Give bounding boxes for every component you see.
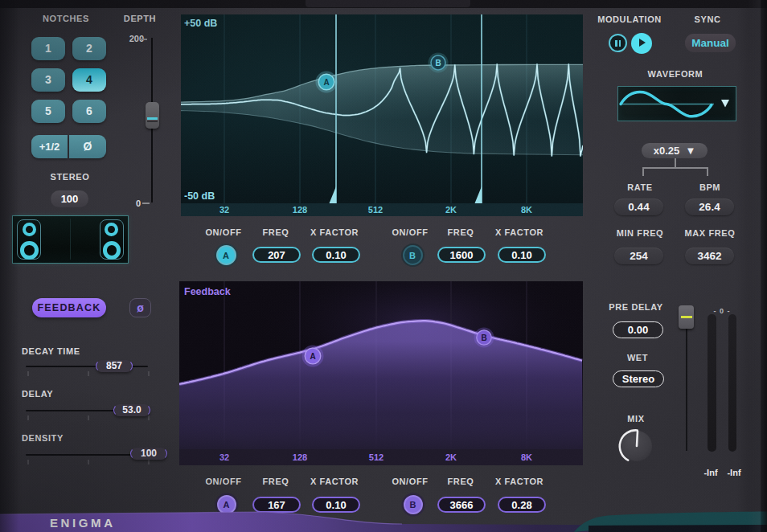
svg-text:128: 128	[293, 452, 307, 462]
svg-text:128: 128	[293, 205, 307, 215]
svg-text:B: B	[481, 334, 486, 342]
svg-text:+50 dB: +50 dB	[184, 18, 217, 29]
svg-text:8K: 8K	[521, 205, 532, 215]
svg-text:32: 32	[219, 205, 229, 215]
svg-text:2K: 2K	[445, 205, 457, 215]
svg-text:B: B	[435, 59, 441, 68]
svg-text:-50 dB: -50 dB	[184, 190, 215, 202]
svg-text:512: 512	[369, 452, 384, 462]
svg-text:32: 32	[219, 452, 229, 462]
svg-text:ENIGMA: ENIGMA	[50, 516, 116, 530]
svg-text:A: A	[323, 78, 329, 87]
svg-text:8K: 8K	[521, 452, 532, 462]
svg-text:2K: 2K	[445, 452, 457, 462]
svg-text:512: 512	[368, 205, 383, 215]
svg-text:Feedback: Feedback	[184, 286, 231, 297]
svg-text:A: A	[310, 352, 315, 361]
